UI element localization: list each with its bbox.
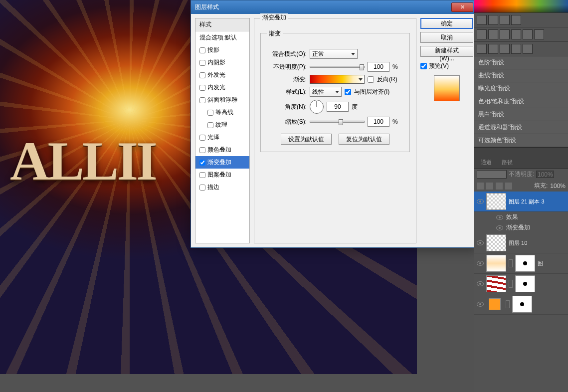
fill-value[interactable]: 100% <box>550 183 566 190</box>
style-inner-glow[interactable]: 内发光 <box>195 81 249 94</box>
bevel-checkbox[interactable] <box>199 97 205 103</box>
ok-button[interactable]: 确定 <box>420 18 473 29</box>
style-contour[interactable]: 等高线 <box>195 106 249 119</box>
levels-icon[interactable] <box>488 15 498 25</box>
visibility-toggle[interactable] <box>477 302 484 307</box>
layer-mask-thumbnail[interactable] <box>515 275 535 292</box>
link-icon[interactable] <box>506 300 510 308</box>
preset-mixer[interactable]: 通道混和器"预设 <box>474 121 568 134</box>
lock-pixels-icon[interactable] <box>486 183 493 190</box>
preset-levels[interactable]: 色阶"预设 <box>474 56 568 69</box>
bw-icon[interactable] <box>511 29 521 39</box>
outer-glow-checkbox[interactable] <box>199 72 205 78</box>
new-style-button[interactable]: 新建样式(W)... <box>420 46 473 57</box>
invert-icon[interactable] <box>477 44 487 54</box>
close-button[interactable]: ✕ <box>451 2 473 12</box>
lock-transparency-icon[interactable] <box>477 183 484 190</box>
cancel-button[interactable]: 取消 <box>420 32 473 43</box>
style-gradient-overlay[interactable]: 渐变叠加 <box>195 156 249 169</box>
scale-input[interactable] <box>368 117 389 127</box>
inner-glow-checkbox[interactable] <box>199 85 205 91</box>
lock-position-icon[interactable] <box>496 183 503 190</box>
style-satin[interactable]: 光泽 <box>195 131 249 144</box>
layer-row-2[interactable]: 图层 10 <box>474 233 568 253</box>
selective-color-icon[interactable] <box>523 44 533 54</box>
curves-icon[interactable] <box>500 15 510 25</box>
drop-shadow-checkbox[interactable] <box>199 47 205 53</box>
pattern-overlay-checkbox[interactable] <box>199 172 205 178</box>
visibility-toggle[interactable] <box>477 199 484 204</box>
visibility-toggle[interactable] <box>477 281 484 286</box>
vibrance-icon[interactable] <box>477 29 487 39</box>
blend-options-item[interactable]: 混合选项:默认 <box>195 31 249 44</box>
visibility-toggle[interactable] <box>477 240 484 245</box>
blend-mode-select[interactable]: 正常 <box>310 49 358 59</box>
brightness-icon[interactable] <box>477 15 487 25</box>
posterize-icon[interactable] <box>488 44 498 54</box>
photo-filter-icon[interactable] <box>523 29 533 39</box>
exposure-icon[interactable] <box>511 15 521 25</box>
style-texture[interactable]: 纹理 <box>195 119 249 131</box>
link-icon[interactable] <box>509 280 513 288</box>
link-icon[interactable] <box>509 259 513 267</box>
preview-checkbox[interactable] <box>420 63 427 69</box>
style-inner-shadow[interactable]: 内阴影 <box>195 56 249 69</box>
inner-shadow-checkbox[interactable] <box>199 60 205 66</box>
style-select[interactable]: 线性 <box>310 87 342 97</box>
fx-header[interactable]: 效果 <box>474 212 568 222</box>
tab-channels[interactable]: 通道 <box>476 157 496 168</box>
color-overlay-checkbox[interactable] <box>199 147 205 153</box>
layer-thumbnail[interactable] <box>486 234 506 251</box>
stroke-checkbox[interactable] <box>199 185 205 191</box>
layer-mask-thumbnail[interactable] <box>515 255 535 272</box>
visibility-toggle[interactable] <box>496 215 503 220</box>
reverse-checkbox[interactable] <box>368 76 374 83</box>
layer-thumbnail[interactable] <box>486 255 506 272</box>
opacity-slider[interactable] <box>310 66 365 68</box>
layer-row-1[interactable]: 图层 21 副本 3 <box>474 192 568 212</box>
preset-curves[interactable]: 曲线"预设 <box>474 69 568 82</box>
hue-icon[interactable] <box>488 29 498 39</box>
preset-bw[interactable]: 黑白"预设 <box>474 108 568 121</box>
reset-default-button[interactable]: 复位为默认值 <box>339 134 389 145</box>
style-stroke[interactable]: 描边 <box>195 181 249 194</box>
lock-all-icon[interactable] <box>505 183 512 190</box>
texture-checkbox[interactable] <box>207 122 213 128</box>
layer-thumbnail[interactable] <box>489 298 501 310</box>
angle-dial[interactable] <box>310 100 324 114</box>
style-drop-shadow[interactable]: 投影 <box>195 44 249 56</box>
set-default-button[interactable]: 设置为默认值 <box>281 134 332 145</box>
gradient-map-icon[interactable] <box>511 44 521 54</box>
styles-header[interactable]: 样式 <box>195 18 249 31</box>
threshold-icon[interactable] <box>500 44 510 54</box>
gradient-overlay-checkbox[interactable] <box>199 160 205 166</box>
mixer-icon[interactable] <box>534 29 544 39</box>
tab-paths[interactable]: 路径 <box>497 157 517 168</box>
align-checkbox[interactable] <box>345 89 351 95</box>
fx-gradient-overlay[interactable]: 渐变叠加 <box>474 222 568 233</box>
dialog-titlebar[interactable]: 图层样式 ✕ <box>191 0 477 14</box>
opacity-value[interactable]: 100% <box>536 171 554 178</box>
style-outer-glow[interactable]: 外发光 <box>195 69 249 81</box>
layer-thumbnail[interactable] <box>486 275 506 292</box>
contour-checkbox[interactable] <box>207 110 213 116</box>
angle-input[interactable] <box>327 102 349 112</box>
preset-exposure[interactable]: 曝光度"预设 <box>474 82 568 95</box>
layer-thumbnail[interactable] <box>486 193 506 210</box>
layer-mask-thumbnail[interactable] <box>512 296 532 313</box>
scale-slider[interactable] <box>310 121 365 123</box>
layer-row-5[interactable] <box>474 294 568 315</box>
gradient-picker[interactable] <box>310 75 365 84</box>
visibility-toggle[interactable] <box>496 225 503 230</box>
balance-icon[interactable] <box>500 29 510 39</box>
visibility-toggle[interactable] <box>477 261 484 266</box>
style-bevel[interactable]: 斜面和浮雕 <box>195 94 249 106</box>
style-color-overlay[interactable]: 颜色叠加 <box>195 144 249 156</box>
blend-select[interactable] <box>477 170 507 179</box>
preset-selective[interactable]: 可选颜色"预设 <box>474 134 568 147</box>
layer-row-4[interactable] <box>474 274 568 294</box>
preset-hue[interactable]: 色相/饱和度"预设 <box>474 95 568 108</box>
satin-checkbox[interactable] <box>199 135 205 141</box>
style-pattern-overlay[interactable]: 图案叠加 <box>195 169 249 181</box>
opacity-input[interactable] <box>368 62 389 72</box>
